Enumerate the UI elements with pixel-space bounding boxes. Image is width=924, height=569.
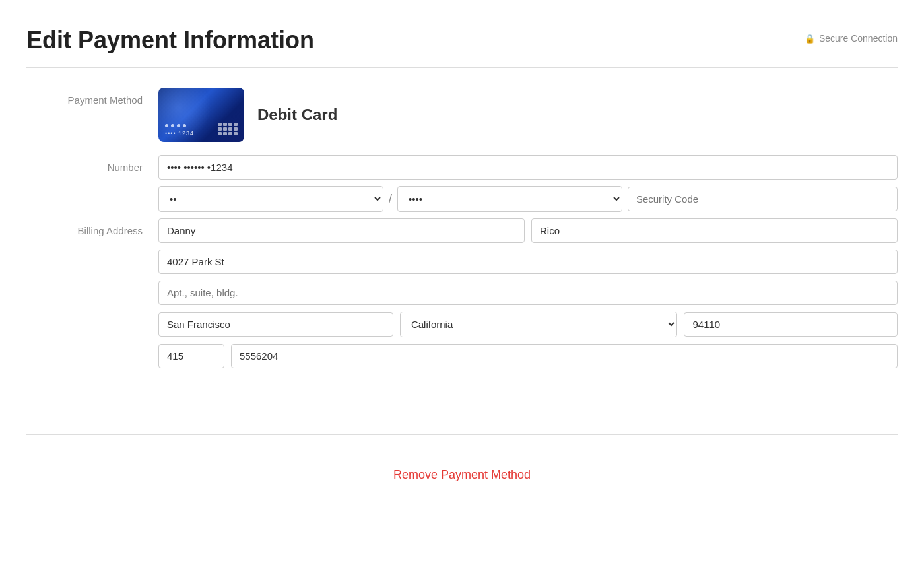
phone-row	[158, 344, 898, 368]
address2-input[interactable]	[158, 281, 898, 305]
security-code-input[interactable]	[628, 187, 898, 211]
zip-wrapper	[684, 312, 898, 337]
page-container: Edit Payment Information 🔒 Secure Connec…	[0, 0, 924, 515]
address1-input[interactable]	[158, 250, 898, 274]
card-dot-3	[177, 124, 180, 127]
page-title: Edit Payment Information	[26, 26, 314, 54]
card-dot-4	[183, 124, 186, 127]
state-wrapper: California Alabama Alaska Arizona Arkans…	[400, 312, 678, 337]
phone-number-wrapper	[231, 344, 898, 368]
phone-area-wrapper	[158, 344, 224, 368]
security-code-wrapper	[628, 187, 898, 211]
address1-row	[158, 250, 898, 274]
payment-method-display: •••• 1234	[158, 88, 898, 142]
name-row	[158, 218, 898, 243]
secure-connection-label: Secure Connection	[819, 33, 898, 44]
payment-method-content: •••• 1234	[158, 88, 898, 142]
card-number-input[interactable]	[158, 155, 898, 180]
payment-method-row: Payment Method •••• 1234	[26, 88, 898, 142]
remove-section: Remove Payment Method	[26, 435, 898, 515]
remove-payment-method-button[interactable]: Remove Payment Method	[380, 461, 544, 488]
expiry-year-select[interactable]: •••• 2024 2025 2026 2027 2028 2029 2030	[397, 186, 622, 212]
city-input[interactable]	[158, 312, 393, 337]
last-name-input[interactable]	[531, 218, 898, 243]
phone-area-input[interactable]	[158, 344, 224, 368]
number-content: •• 01 02 03 04 05 06 07 08 09 10 11	[158, 155, 898, 212]
billing-address-row: Billing Address	[26, 218, 898, 375]
expiry-year-wrapper: •••• 2024 2025 2026 2027 2028 2029 2030	[397, 186, 622, 212]
zip-input[interactable]	[684, 312, 898, 337]
number-row: Number •• 01 02 03 04 05 06 07	[26, 155, 898, 212]
expiry-month-wrapper: •• 01 02 03 04 05 06 07 08 09 10 11	[158, 186, 383, 212]
lock-icon: 🔒	[805, 34, 815, 44]
phone-number-input[interactable]	[231, 344, 898, 368]
expiry-row: •• 01 02 03 04 05 06 07 08 09 10 11	[158, 186, 898, 212]
first-name-input[interactable]	[158, 218, 525, 243]
form-section: Payment Method •••• 1234	[26, 68, 898, 408]
card-dot-1	[165, 124, 168, 127]
expiry-slash: /	[389, 192, 392, 206]
billing-address-label: Billing Address	[26, 218, 158, 236]
city-wrapper	[158, 312, 393, 337]
number-label: Number	[26, 155, 158, 173]
state-select[interactable]: California Alabama Alaska Arizona Arkans…	[400, 312, 678, 337]
billing-address-content: California Alabama Alaska Arizona Arkans…	[158, 218, 898, 375]
expiry-month-select[interactable]: •• 01 02 03 04 05 06 07 08 09 10 11	[158, 186, 383, 212]
payment-method-label: Payment Method	[26, 88, 158, 106]
header: Edit Payment Information 🔒 Secure Connec…	[26, 0, 898, 67]
card-chip	[218, 123, 238, 135]
card-image: •••• 1234	[158, 88, 244, 142]
address2-row	[158, 281, 898, 305]
card-type-label: Debit Card	[257, 106, 337, 124]
city-state-zip-row: California Alabama Alaska Arizona Arkans…	[158, 312, 898, 337]
card-dot-2	[171, 124, 174, 127]
secure-connection: 🔒 Secure Connection	[805, 33, 898, 44]
